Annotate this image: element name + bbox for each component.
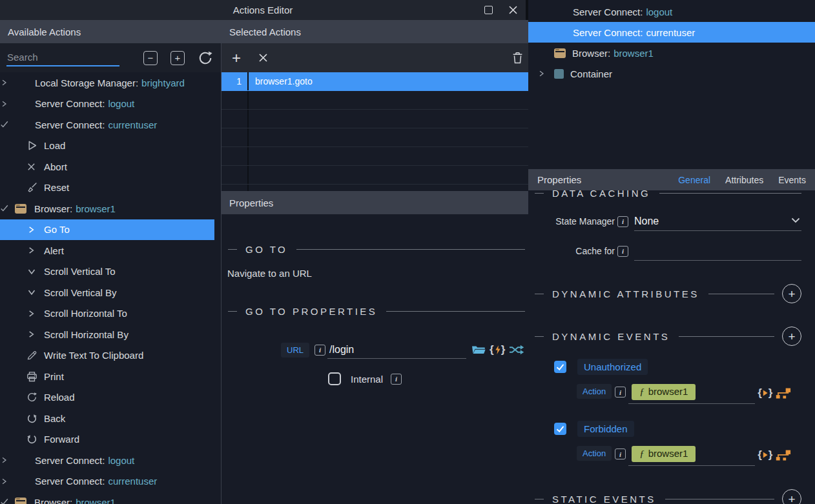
tree-item-value: browser1: [614, 48, 654, 59]
folder-icon[interactable]: [471, 345, 486, 355]
info-icon[interactable]: [617, 246, 628, 257]
database-icon: [15, 476, 27, 487]
tree-item-server-connect-currentuser[interactable]: Server Connect:currentuser: [0, 114, 221, 136]
window-title: Actions Editor: [233, 5, 293, 15]
properties-tabs: GeneralAttributesEvents: [678, 175, 806, 185]
internal-checkbox[interactable]: [328, 372, 341, 385]
tree-item-browser-browser1[interactable]: Browser:browser1: [0, 198, 221, 219]
add-dynamic-attribute-icon[interactable]: [782, 284, 801, 303]
add-step-icon[interactable]: +: [232, 49, 241, 67]
event-name-link[interactable]: Forbidden: [577, 421, 634, 437]
tree-item-container[interactable]: Container: [528, 63, 815, 84]
tab-general[interactable]: General: [678, 175, 710, 185]
tree-item-reset[interactable]: Reset: [0, 177, 221, 199]
dynamic-data-icon[interactable]: [490, 343, 505, 356]
tree-item-write-text-to-clipboard[interactable]: Write Text To Clipboard: [0, 345, 221, 367]
collapse-chevron-icon[interactable]: [0, 78, 9, 87]
tree-item-server-connect-currentuser[interactable]: Server Connect:currentuser: [0, 471, 221, 492]
tree-item-server-connect-currentuser[interactable]: Server Connect:currentuser: [528, 22, 815, 43]
trash-icon[interactable]: [511, 51, 524, 65]
step-row-empty[interactable]: [222, 147, 534, 166]
tree-item-label: Browser:: [572, 48, 610, 59]
step-row-empty[interactable]: [222, 185, 534, 191]
expand-chevron-icon[interactable]: [0, 498, 9, 504]
tree-item-reload[interactable]: Reload: [0, 387, 221, 408]
shuffle-icon[interactable]: [509, 345, 525, 355]
flow-editor-icon[interactable]: [776, 450, 792, 461]
tree-item-browser-browser1[interactable]: Browser:browser1: [0, 492, 221, 504]
tree-item-value: brightyard: [141, 77, 185, 88]
flow-editor-icon[interactable]: [776, 388, 792, 399]
tree-item-print[interactable]: Print: [0, 366, 221, 387]
chevron-right-icon: [26, 245, 39, 256]
info-icon[interactable]: [315, 345, 325, 356]
info-icon[interactable]: [615, 387, 626, 398]
tree-item-scroll-horizontal-by[interactable]: Scroll Horizontal By: [0, 324, 221, 345]
tree-item-scroll-horizontal-to[interactable]: Scroll Horizontal To: [0, 303, 221, 325]
section-go-to-properties: GO TO PROPERTIES: [228, 303, 525, 319]
tree-item-scroll-vertical-by[interactable]: Scroll Vertical By: [0, 282, 221, 303]
step-row-empty[interactable]: [222, 110, 534, 128]
step-number: [222, 128, 249, 146]
go-to-description: Navigate to an URL: [227, 268, 525, 279]
pencil-icon: [26, 350, 39, 361]
event-checkbox-checked[interactable]: [554, 361, 566, 373]
event-name-link[interactable]: Unauthorized: [577, 359, 648, 375]
tree-item-load[interactable]: Load: [0, 136, 221, 157]
chevron-down-icon: [26, 287, 39, 297]
expand-chevron-icon[interactable]: [0, 204, 9, 213]
action-value-pill[interactable]: ƒbrowser1: [632, 384, 696, 400]
collapse-all-icon[interactable]: [143, 51, 158, 65]
state-manager-select[interactable]: None: [634, 212, 801, 231]
tree-item-browser-browser1[interactable]: Browser:browser1: [528, 43, 815, 63]
tree-item-back[interactable]: Back: [0, 408, 221, 429]
step-row-empty[interactable]: [222, 91, 534, 110]
info-icon[interactable]: [617, 216, 628, 227]
collapse-chevron-icon[interactable]: [537, 69, 554, 78]
expand-all-icon[interactable]: [170, 51, 185, 65]
tab-attributes[interactable]: Attributes: [725, 175, 763, 185]
tree-item-server-connect-logout[interactable]: Server Connect:logout: [528, 1, 815, 22]
tree-item-forward[interactable]: Forward: [0, 429, 221, 450]
remove-step-icon[interactable]: [258, 53, 268, 63]
tree-item-alert[interactable]: Alert: [0, 240, 221, 261]
action-value-field[interactable]: ƒbrowser1: [628, 384, 755, 404]
tree-item-scroll-vertical-to[interactable]: Scroll Vertical To: [0, 261, 221, 283]
tree-item-value: currentuser: [108, 119, 157, 130]
step-row-empty[interactable]: [222, 128, 534, 147]
right-properties-title: Properties: [537, 174, 581, 185]
tree-item-server-connect-logout[interactable]: Server Connect:logout: [0, 94, 221, 115]
tree-item-server-connect-logout[interactable]: Server Connect:logout: [0, 450, 221, 471]
collapse-chevron-icon[interactable]: [0, 99, 9, 108]
add-static-event-icon[interactable]: [782, 489, 801, 504]
url-row: URL /login: [281, 341, 525, 359]
dynamic-action-icon[interactable]: [758, 449, 772, 461]
tree-item-label: Scroll Horizontal By: [44, 329, 129, 340]
step-row-empty[interactable]: [222, 166, 534, 185]
collapse-chevron-icon[interactable]: [0, 456, 9, 465]
cache-for-input[interactable]: [634, 241, 801, 261]
add-dynamic-event-icon[interactable]: [782, 327, 801, 346]
tree-item-label: Write Text To Clipboard: [44, 350, 143, 361]
dynamic-action-icon[interactable]: [758, 387, 772, 399]
step-row-browser1-goto[interactable]: 1browser1.goto: [222, 72, 534, 91]
tab-events[interactable]: Events: [778, 175, 806, 185]
section-static-events-title: STATIC EVENTS: [552, 494, 656, 504]
section-go-to: GO TO: [228, 241, 525, 257]
action-value-pill[interactable]: ƒbrowser1: [632, 446, 696, 462]
refresh-icon[interactable]: [198, 50, 213, 66]
tree-item-go-to[interactable]: Go To: [0, 219, 214, 241]
maximize-icon[interactable]: [484, 6, 493, 14]
action-value-field[interactable]: ƒbrowser1: [628, 446, 755, 466]
close-icon[interactable]: [508, 5, 518, 15]
tree-item-abort[interactable]: Abort: [0, 156, 221, 177]
event-checkbox-checked[interactable]: [554, 423, 566, 435]
info-icon[interactable]: [615, 449, 626, 459]
info-icon[interactable]: [391, 374, 402, 385]
search-input[interactable]: [6, 49, 119, 66]
url-input[interactable]: /login: [327, 341, 466, 359]
collapse-chevron-icon[interactable]: [0, 477, 9, 486]
step-number: 1: [222, 72, 249, 90]
tree-item-local-storage-manager-brightyard[interactable]: Local Storage Manager:brightyard: [0, 72, 221, 94]
expand-chevron-icon[interactable]: [0, 120, 9, 129]
